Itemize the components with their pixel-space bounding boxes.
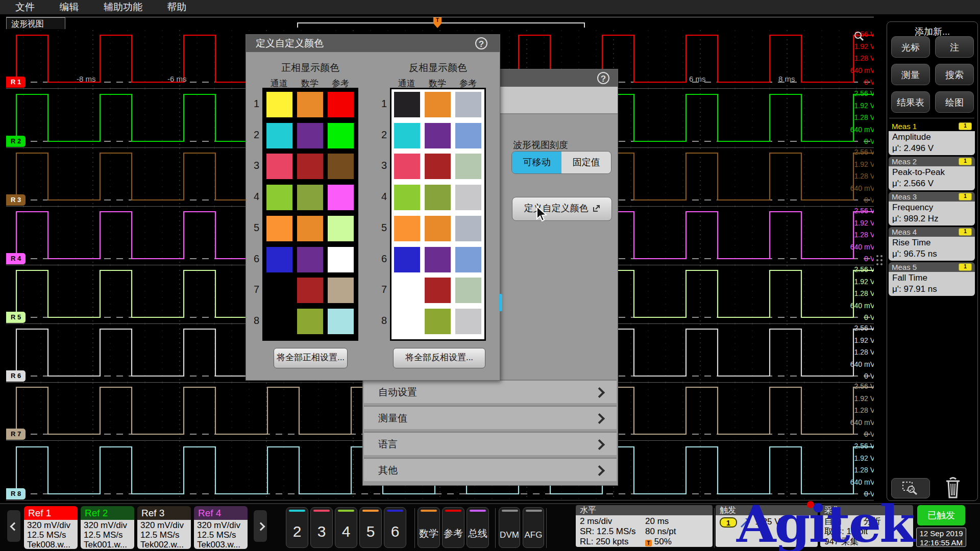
inverted-swatch-ref-2[interactable] (455, 123, 481, 148)
add-button-2-测量[interactable]: 测量 (891, 64, 930, 85)
normal-swatch-ref-6[interactable] (328, 247, 354, 272)
channel-button-总线[interactable]: 总线 (467, 507, 489, 548)
ref-scroll-left-button[interactable] (7, 510, 20, 542)
menu-help[interactable]: 帮助 (167, 0, 186, 14)
normal-swatch-ch-1[interactable] (266, 92, 292, 117)
menu-file[interactable]: 文件 (15, 0, 35, 14)
channel-button-3[interactable]: 3 (310, 507, 333, 548)
channel-button-参考[interactable]: 参考 (442, 507, 464, 548)
normal-swatch-math-2[interactable] (297, 123, 323, 148)
normal-swatch-ch-2[interactable] (266, 123, 292, 148)
normal-swatch-ref-4[interactable] (328, 185, 354, 210)
inverted-swatch-math-4[interactable] (425, 185, 451, 210)
inverted-swatch-ref-7[interactable] (455, 278, 481, 303)
inverted-swatch-math-2[interactable] (425, 123, 451, 148)
channel-button-AFG[interactable]: AFG (523, 507, 544, 548)
channel-button-5[interactable]: 5 (359, 507, 382, 548)
add-button-0-光标[interactable]: 光标 (891, 36, 930, 58)
inverted-swatch-ch-2[interactable] (394, 123, 420, 148)
define-custom-colors-button[interactable]: 定义自定义颜色 (512, 197, 612, 221)
settings-row-0[interactable]: 自动设置 (364, 380, 617, 403)
inverted-swatch-math-7[interactable] (425, 278, 451, 303)
normal-swatch-ref-2[interactable] (328, 123, 354, 148)
normal-swatch-ref-3[interactable] (328, 154, 354, 179)
set-all-inverted-button[interactable]: 将全部反相设置... (393, 348, 485, 368)
waveform-magnifier-icon[interactable] (853, 31, 865, 42)
normal-swatch-math-4[interactable] (297, 185, 323, 210)
horizontal-badge[interactable]: 水平 2 ms/div20 msSR: 12.5 MS/s80 ns/ptRL:… (576, 505, 713, 547)
settings-row-2[interactable]: 语言 (364, 432, 617, 455)
ref-scroll-right-button[interactable] (254, 510, 267, 542)
ref-handle-R7[interactable]: R 7 (6, 429, 26, 440)
ref-badge-4[interactable]: Ref 4320 mV/div12.5 MS/sTek003.w... (194, 506, 248, 549)
toggle-fixed[interactable]: 固定值 (561, 152, 611, 173)
ref-badge-2[interactable]: Ref 2320 mV/div12.5 MS/sTek001.w... (81, 506, 134, 549)
channel-button-DVM[interactable]: DVM (499, 507, 520, 548)
meas-badge-1[interactable]: Meas 11Amplitudeμ': 2.496 V (889, 121, 975, 155)
inverted-swatch-ch-4[interactable] (394, 185, 420, 210)
meas-badge-2[interactable]: Meas 21Peak-to-Peakμ': 2.566 V (889, 157, 975, 190)
normal-swatch-ref-7[interactable] (328, 278, 354, 303)
menu-edit[interactable]: 编辑 (59, 0, 79, 14)
inverted-swatch-math-8[interactable] (425, 309, 451, 334)
inverted-swatch-ref-6[interactable] (455, 247, 481, 272)
inverted-swatch-ref-8[interactable] (455, 309, 481, 334)
ref-handle-R6[interactable]: R 6 (6, 370, 26, 382)
normal-swatch-ref-5[interactable] (328, 216, 354, 241)
ref-badge-3[interactable]: Ref 3320 mV/div12.5 MS/sTek002.w... (137, 506, 191, 549)
ref-handle-R2[interactable]: R 2 (6, 136, 26, 147)
normal-swatch-ref-1[interactable] (328, 92, 354, 117)
trigger-position-icon[interactable]: T (433, 17, 442, 23)
inverted-swatch-ref-1[interactable] (455, 92, 481, 117)
inverted-swatch-ch-5[interactable] (394, 216, 420, 241)
normal-swatch-ch-4[interactable] (266, 185, 292, 210)
channel-button-2[interactable]: 2 (286, 507, 308, 548)
inverted-swatch-ch-6[interactable] (394, 247, 420, 272)
inverted-swatch-math-1[interactable] (425, 92, 451, 117)
meas-badge-4[interactable]: Meas 41Rise Timeμ': 96.75 ns (889, 227, 975, 261)
add-button-4-结果表[interactable]: 结果表 (891, 91, 930, 113)
trash-icon[interactable] (942, 475, 964, 499)
channel-button-4[interactable]: 4 (335, 507, 357, 548)
normal-swatch-math-7[interactable] (297, 278, 323, 303)
normal-swatch-math-6[interactable] (297, 247, 323, 272)
set-all-normal-button[interactable]: 将全部正相设置... (274, 348, 348, 368)
add-button-1-注[interactable]: 注 (935, 36, 974, 58)
inverted-swatch-math-5[interactable] (425, 216, 451, 241)
normal-swatch-math-1[interactable] (297, 92, 323, 117)
toggle-movable[interactable]: 可移动 (512, 152, 561, 173)
normal-swatch-math-3[interactable] (297, 154, 323, 179)
channel-button-数学[interactable]: 数学 (418, 507, 440, 548)
normal-swatch-ref-8[interactable] (328, 309, 354, 334)
inverted-swatch-math-3[interactable] (425, 154, 451, 179)
inverted-swatch-ref-5[interactable] (455, 216, 481, 241)
dialog-help-icon[interactable]: ? (475, 37, 487, 49)
meas-badge-3[interactable]: Meas 31Frequencyμ': 989.2 Hz (889, 192, 975, 226)
normal-swatch-ch-3[interactable] (266, 154, 292, 179)
ref-badge-1[interactable]: Ref 1320 mV/div12.5 MS/sTek008.w... (24, 506, 78, 549)
settings-row-3[interactable]: 其他 (364, 458, 617, 481)
channel-button-6[interactable]: 6 (384, 507, 406, 548)
menu-utility[interactable]: 辅助功能 (104, 0, 142, 14)
settings-row-1[interactable]: 测量值 (364, 406, 617, 429)
panel-drag-handle[interactable] (876, 255, 883, 265)
normal-swatch-math-8[interactable] (297, 309, 323, 334)
normal-swatch-ch-5[interactable] (266, 216, 292, 241)
ref-handle-R1[interactable]: R 1 (6, 77, 26, 88)
inverted-swatch-ref-3[interactable] (455, 154, 481, 179)
inverted-swatch-ch-1[interactable] (394, 92, 420, 117)
ref-handle-R3[interactable]: R 3 (6, 194, 26, 206)
scroll-indicator[interactable] (499, 294, 502, 311)
normal-swatch-ch-6[interactable] (266, 247, 292, 272)
ref-handle-R5[interactable]: R 5 (6, 312, 26, 323)
normal-swatch-math-5[interactable] (297, 216, 323, 241)
add-button-5-绘图[interactable]: 绘图 (935, 91, 974, 113)
inverted-swatch-ch-3[interactable] (394, 154, 420, 179)
add-button-3-搜索[interactable]: 搜索 (935, 64, 974, 85)
ref-handle-R8[interactable]: R 8 (6, 488, 26, 499)
inverted-swatch-math-6[interactable] (425, 247, 451, 272)
ref-handle-R4[interactable]: R 4 (6, 253, 26, 264)
settings-help-icon[interactable]: ? (597, 72, 609, 84)
meas-badge-5[interactable]: Meas 51Fall Timeμ': 97.91 ns (889, 262, 975, 296)
tab-waveform-view[interactable]: 波形视图 (6, 17, 65, 29)
